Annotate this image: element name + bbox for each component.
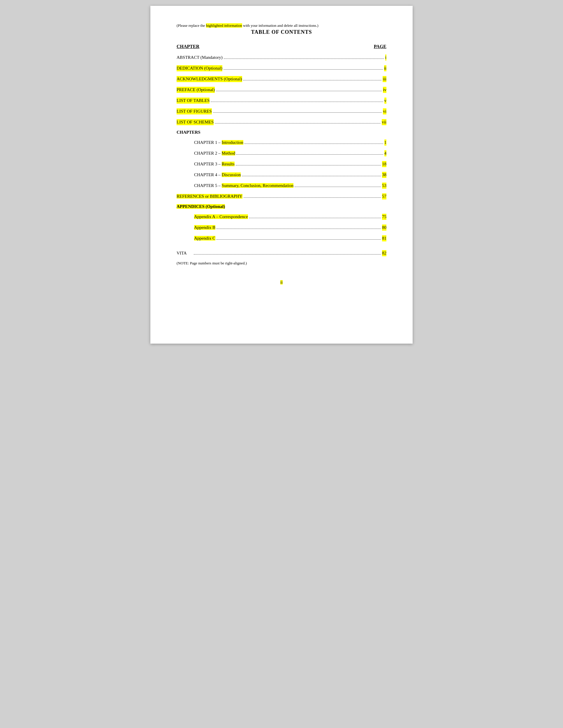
toc-entry-ch1: CHAPTER 1 – Introduction 1	[176, 139, 387, 146]
toc-entry-app-b: Appendix B 80	[176, 225, 387, 231]
app-b-page: 80	[382, 225, 387, 231]
vita-section: VITA 82	[176, 250, 387, 256]
ch4-page: 38	[382, 172, 387, 178]
ch5-dots	[295, 187, 381, 187]
dedication-label: DEDICATION (Optional)	[176, 65, 222, 71]
ch1-title: Introduction	[222, 140, 243, 145]
list-figures-page: vi	[383, 108, 387, 114]
ch2-label: CHAPTER 2 – Method	[194, 150, 235, 156]
references-page: 57	[382, 193, 387, 199]
references-text: REFERENCES or BIBLIOGRAPHY	[176, 194, 242, 199]
ch5-label: CHAPTER 5 – Summary, Conclusion, Recomme…	[194, 183, 294, 189]
ch2-title: Method	[222, 151, 235, 156]
ch5-page: 53	[382, 183, 387, 189]
abstract-label: ABSTRACT (Mandatory)	[176, 54, 223, 61]
instruction-text-after: with your information and delete all ins…	[242, 23, 319, 28]
toc-entry-references: REFERENCES or BIBLIOGRAPHY 57	[176, 193, 387, 199]
list-tables-dots	[211, 102, 383, 102]
vita-dots	[194, 254, 381, 255]
dedication-page: ii	[384, 65, 387, 71]
acknowledgments-dots	[243, 80, 382, 80]
app-a-dots	[249, 218, 381, 218]
app-b-label: Appendix B	[194, 225, 215, 231]
chapter-header-label: CHAPTER	[176, 44, 199, 49]
note-line: (NOTE: Page numbers must be right-aligne…	[176, 261, 387, 266]
list-tables-label: LIST OF TABLES	[176, 98, 209, 104]
ch4-title: Discussion	[222, 172, 241, 177]
app-a-text: Appendix A – Correspondence	[194, 214, 248, 219]
ch1-dots	[244, 144, 383, 144]
toc-header: CHAPTER PAGE	[176, 44, 387, 49]
vita-gap	[187, 250, 193, 256]
app-a-page: 75	[382, 214, 387, 220]
chapters-heading: CHAPTERS	[176, 130, 387, 135]
instruction-text-before: (Please replace the	[176, 23, 206, 28]
instruction-line: (Please replace the highlighted informat…	[176, 23, 387, 28]
instruction-highlighted: highlighted information	[206, 23, 242, 28]
list-figures-dots	[213, 112, 382, 113]
page-title: TABLE OF CONTENTS	[176, 29, 387, 35]
app-c-label: Appendix C	[194, 235, 215, 241]
ch3-page: 18	[382, 161, 387, 167]
footer-page-number: ii	[280, 280, 283, 285]
list-schemes-label: LIST OF SCHEMES	[176, 119, 213, 125]
preface-page: iv	[383, 87, 387, 93]
toc-entry-dedication: DEDICATION (Optional) ii	[176, 65, 387, 71]
ch3-label: CHAPTER 3 – Results	[194, 161, 234, 167]
toc-entry-preface: PREFACE (Optional) iv	[176, 87, 387, 93]
toc-entry-abstract: ABSTRACT (Mandatory) i	[176, 54, 387, 61]
acknowledgments-page: iii	[383, 76, 387, 82]
ch1-page: 1	[384, 139, 387, 146]
ch2-page: 4	[384, 150, 387, 156]
toc-entry-list-schemes: LIST OF SCHEMES vii	[176, 119, 387, 125]
toc-entry-app-c: Appendix C 81	[176, 235, 387, 241]
app-c-dots	[216, 239, 381, 240]
toc-entry-ch3: CHAPTER 3 – Results 18	[176, 161, 387, 167]
page-header-label: PAGE	[374, 44, 387, 49]
ch4-dots	[242, 176, 381, 176]
ch3-title: Results	[222, 162, 234, 166]
ch4-label: CHAPTER 4 – Discussion	[194, 172, 241, 178]
list-tables-page: v	[384, 98, 387, 104]
vita-label: VITA	[176, 250, 187, 256]
references-dots	[243, 197, 381, 198]
ch5-title: Summary, Conclusion, Recommendation	[222, 183, 294, 188]
document-page: (Please replace the highlighted informat…	[150, 6, 413, 344]
toc-entry-ch2: CHAPTER 2 – Method 4	[176, 150, 387, 156]
app-b-text: Appendix B	[194, 225, 215, 230]
acknowledgments-label: ACKNOWLEDGMENTS (Optional)	[176, 76, 242, 82]
appendices-heading: APPENDICES (Optional)	[176, 204, 387, 209]
vita-page: 82	[382, 250, 387, 256]
toc-entry-list-figures: LIST OF FIGURES vi	[176, 108, 387, 114]
ch3-dots	[236, 165, 381, 165]
toc-entry-app-a: Appendix A – Correspondence 75	[176, 214, 387, 220]
ch2-dots	[236, 154, 383, 155]
ch1-label: CHAPTER 1 – Introduction	[194, 139, 243, 146]
dedication-dots	[223, 69, 383, 70]
list-figures-label: LIST OF FIGURES	[176, 108, 212, 114]
app-b-dots	[216, 229, 381, 229]
toc-entry-list-tables: LIST OF TABLES v	[176, 98, 387, 104]
toc-entry-ch5: CHAPTER 5 – Summary, Conclusion, Recomme…	[176, 183, 387, 189]
app-a-label: Appendix A – Correspondence	[194, 214, 248, 220]
appendices-heading-text: APPENDICES (Optional)	[176, 204, 225, 209]
app-c-page: 81	[382, 235, 387, 241]
list-schemes-page: vii	[382, 119, 387, 125]
app-c-text: Appendix C	[194, 236, 215, 241]
preface-label: PREFACE (Optional)	[176, 87, 215, 93]
abstract-page: i	[385, 54, 387, 61]
toc-entry-vita: VITA 82	[176, 250, 387, 256]
page-footer: ii	[176, 280, 387, 285]
toc-entry-ch4: CHAPTER 4 – Discussion 38	[176, 172, 387, 178]
toc-entry-acknowledgments: ACKNOWLEDGMENTS (Optional) iii	[176, 76, 387, 82]
references-label: REFERENCES or BIBLIOGRAPHY	[176, 193, 242, 199]
